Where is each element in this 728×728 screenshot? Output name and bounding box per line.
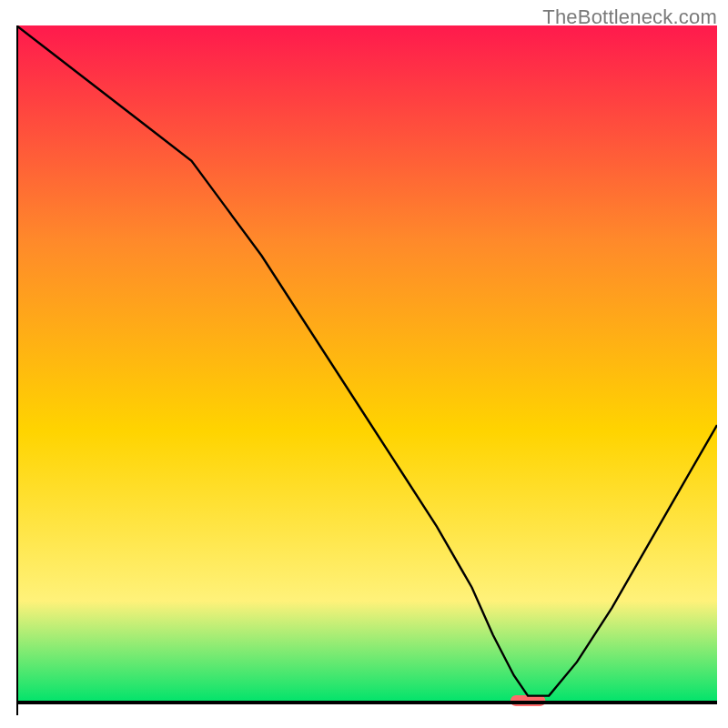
chart-svg — [16, 25, 717, 717]
chart-container: TheBottleneck.com — [0, 0, 728, 728]
plot-area — [16, 25, 717, 717]
gradient-background — [16, 25, 717, 703]
watermark-text: TheBottleneck.com — [542, 5, 717, 29]
